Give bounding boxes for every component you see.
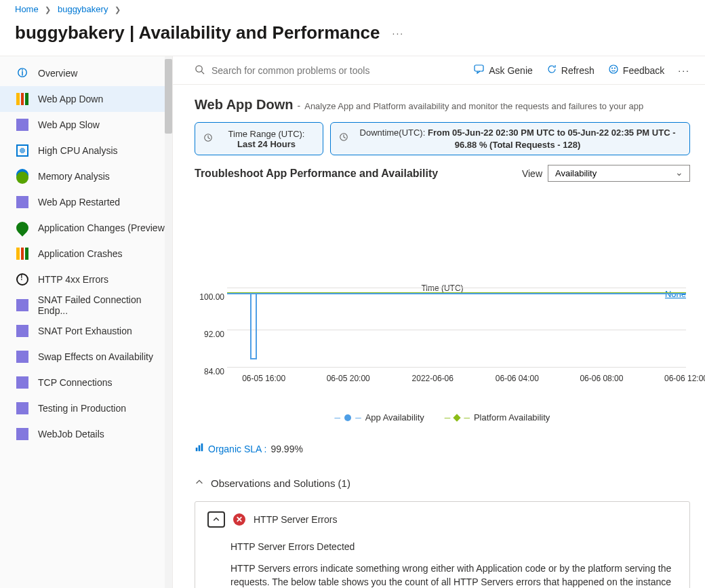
error-icon: ✕ xyxy=(233,513,245,526)
sidebar-item-http4xx[interactable]: HTTP 4xx Errors xyxy=(0,267,172,292)
chart-x-tick: 06-05 20:00 xyxy=(327,374,370,383)
sidebar-item-web-app-slow[interactable]: Web App Slow xyxy=(0,112,172,138)
section-title: Web App Down xyxy=(195,97,294,113)
observations-heading: Observations and Solutions (1) xyxy=(211,477,350,489)
breadcrumb: Home ❯ buggybakery ❯ xyxy=(0,0,705,18)
time-range-pill[interactable]: Time Range (UTC): Last 24 Hours xyxy=(195,122,323,155)
sidebar-item-high-cpu[interactable]: High CPU Analysis xyxy=(0,138,172,163)
time-range-label: Time Range (UTC): xyxy=(228,129,305,139)
sidebar-item-label: HTTP 4xx Errors xyxy=(38,274,108,285)
sidebar-item-label: Application Crashes xyxy=(38,248,123,259)
sidebar-item-label: Web App Restarted xyxy=(38,197,120,208)
chart-y-tick: 100.00 xyxy=(197,292,224,302)
toolbar-more-button[interactable]: ··· xyxy=(678,65,690,76)
refresh-label: Refresh xyxy=(561,65,595,76)
purple-icon xyxy=(16,402,28,414)
svg-point-0 xyxy=(196,65,202,71)
sidebar-item-label: Web App Slow xyxy=(38,119,100,130)
purple-icon xyxy=(16,119,28,131)
sidebar-item-snat-failed[interactable]: SNAT Failed Connection Endp... xyxy=(0,292,172,318)
svg-point-3 xyxy=(609,65,618,73)
section-subtitle: Analyze App and Platform availability an… xyxy=(304,101,643,111)
clock-icon xyxy=(339,132,348,145)
svg-line-1 xyxy=(201,71,204,74)
sidebar-item-label: Testing in Production xyxy=(38,403,126,414)
sidebar-item-crashes[interactable]: Application Crashes xyxy=(0,241,172,267)
main-panel: Ask Genie Refresh Feedback ··· Web App D… xyxy=(173,56,705,588)
observation-subtitle: HTTP Server Errors Detected xyxy=(230,541,677,552)
sidebar-item-label: Web App Down xyxy=(38,94,103,104)
search-icon xyxy=(195,64,205,77)
sidebar-item-webjob[interactable]: WebJob Details xyxy=(0,421,172,447)
sidebar-item-restarted[interactable]: Web App Restarted xyxy=(0,189,172,215)
purple-icon xyxy=(16,196,28,208)
downtime-pill[interactable]: Downtime(UTC): From 05-Jun-22 02:30 PM U… xyxy=(330,122,690,155)
sidebar-item-label: Memory Analysis xyxy=(38,171,110,182)
sidebar-item-label: Application Changes (Preview) xyxy=(38,222,167,233)
sidebar-item-label: High CPU Analysis xyxy=(38,145,118,156)
chevron-right-icon: ❯ xyxy=(45,5,51,14)
pin-icon xyxy=(14,219,31,236)
chart-x-tick: 06-06 08:00 xyxy=(580,374,623,383)
breadcrumb-home[interactable]: Home xyxy=(15,4,39,14)
svg-rect-2 xyxy=(475,65,483,71)
sidebar-item-test-prod[interactable]: Testing in Production xyxy=(0,395,172,421)
sidebar-item-label: Overview xyxy=(38,68,77,79)
ask-genie-label: Ask Genie xyxy=(489,65,533,76)
sidebar-scrollbar[interactable] xyxy=(165,56,172,588)
sidebar-scrollbar-thumb[interactable] xyxy=(165,59,172,134)
collapse-button[interactable] xyxy=(207,511,225,528)
refresh-button[interactable]: Refresh xyxy=(546,64,595,77)
sidebar-item-label: WebJob Details xyxy=(38,429,104,439)
availability-chart: None 100.0092.0084.0006-05 16:0006-05 20… xyxy=(195,283,690,406)
chat-icon xyxy=(474,64,485,77)
chart-y-tick: 84.00 xyxy=(197,367,224,376)
svg-point-5 xyxy=(614,68,615,68)
observation-card: ✕ HTTP Server Errors HTTP Server Errors … xyxy=(195,501,690,588)
sidebar-item-label: SNAT Failed Connection Endp... xyxy=(38,294,172,316)
sidebar-item-label: Swap Effects on Availability xyxy=(38,351,153,362)
sidebar-item-app-changes[interactable]: Application Changes (Preview) xyxy=(0,215,172,241)
info-icon xyxy=(16,67,28,79)
svg-rect-8 xyxy=(196,448,198,451)
smiley-icon xyxy=(608,64,619,77)
sla-link[interactable]: Organic SLA : xyxy=(208,444,266,454)
sidebar-item-label: TCP Connections xyxy=(38,377,112,388)
view-label: View xyxy=(522,168,542,179)
svg-rect-9 xyxy=(199,446,201,452)
svg-point-4 xyxy=(611,68,612,68)
purple-icon xyxy=(16,376,28,389)
search-input[interactable] xyxy=(212,65,474,76)
circ-icon xyxy=(16,273,28,286)
sidebar-item-overview[interactable]: Overview xyxy=(0,60,172,86)
observation-description: HTTP Servers errors indicate something w… xyxy=(230,562,677,588)
chevron-up-icon[interactable] xyxy=(195,477,204,489)
sidebar-item-tcp[interactable]: TCP Connections xyxy=(0,370,172,395)
sidebar-item-web-app-down[interactable]: Web App Down xyxy=(0,86,172,112)
downtime-value: From 05-Jun-22 02:30 PM UTC to 05-Jun-22… xyxy=(428,128,676,150)
sidebar-item-label: SNAT Port Exhaustion xyxy=(38,326,132,336)
chart-legend: ── App Availability ── Platform Availabi… xyxy=(195,412,690,423)
view-select[interactable]: Availability xyxy=(548,165,690,182)
chart-x-tick: 06-06 04:00 xyxy=(496,374,539,383)
feedback-button[interactable]: Feedback xyxy=(608,64,664,77)
sidebar-item-snat-port[interactable]: SNAT Port Exhaustion xyxy=(0,318,172,344)
clock-icon xyxy=(203,133,213,144)
legend-app-availability: ── App Availability xyxy=(335,412,424,423)
more-actions-button[interactable]: ··· xyxy=(392,28,405,39)
refresh-icon xyxy=(546,64,557,77)
observation-title: HTTP Server Errors xyxy=(254,514,337,525)
time-range-value: Last 24 Hours xyxy=(237,139,296,149)
chart-x-tick: 06-06 12:00 xyxy=(664,374,705,383)
purple-icon xyxy=(16,428,28,440)
sla-value: 99.99% xyxy=(270,444,302,454)
sidebar-item-swap[interactable]: Swap Effects on Availability xyxy=(0,344,172,370)
breadcrumb-resource[interactable]: buggybakery xyxy=(58,4,108,14)
ask-genie-button[interactable]: Ask Genie xyxy=(474,64,533,77)
svg-rect-10 xyxy=(201,444,203,451)
diamond-icon xyxy=(454,414,461,421)
bars-icon xyxy=(16,93,28,105)
toolbar: Ask Genie Refresh Feedback ··· xyxy=(173,56,705,85)
purple-icon xyxy=(16,325,28,337)
sidebar-item-memory[interactable]: Memory Analysis xyxy=(0,163,172,189)
